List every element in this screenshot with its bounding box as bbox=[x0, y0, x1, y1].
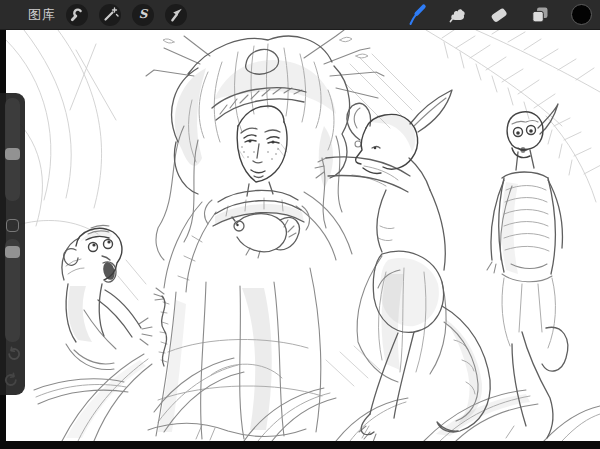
paintbrush-icon bbox=[405, 3, 429, 27]
gallery-button[interactable]: 图库 bbox=[28, 6, 56, 24]
magic-wand-icon bbox=[99, 4, 121, 26]
brush-sidebar bbox=[0, 93, 25, 395]
brush-size-slider[interactable] bbox=[5, 98, 20, 201]
adjustments-button[interactable] bbox=[99, 4, 121, 26]
color-swatch-icon bbox=[571, 4, 592, 25]
paint-tool-button[interactable] bbox=[405, 3, 429, 27]
opacity-slider[interactable] bbox=[5, 239, 20, 342]
modify-button[interactable] bbox=[6, 219, 19, 232]
wrench-icon bbox=[66, 4, 88, 26]
drawing-canvas[interactable] bbox=[6, 30, 600, 441]
erase-tool-button[interactable] bbox=[487, 3, 511, 27]
redo-button[interactable] bbox=[4, 372, 21, 389]
undo-icon bbox=[4, 346, 21, 363]
undo-button[interactable] bbox=[4, 346, 21, 363]
actions-button[interactable] bbox=[66, 4, 88, 26]
brush-size-handle[interactable] bbox=[5, 148, 20, 160]
selection-button[interactable]: S bbox=[132, 4, 154, 26]
layers-icon bbox=[528, 3, 552, 27]
move-cursor-icon bbox=[165, 4, 187, 26]
right-tool-group bbox=[405, 3, 593, 27]
eraser-icon bbox=[487, 3, 511, 27]
artwork-sketch bbox=[6, 30, 600, 441]
color-swatch-button[interactable] bbox=[569, 3, 593, 27]
left-tool-group: S bbox=[66, 4, 187, 26]
canvas-frame bbox=[0, 30, 600, 449]
opacity-handle[interactable] bbox=[5, 246, 20, 258]
layers-button[interactable] bbox=[528, 3, 552, 27]
selection-s-icon: S bbox=[139, 8, 148, 20]
top-toolbar: 图库 S bbox=[0, 0, 600, 30]
smudge-tool-button[interactable] bbox=[446, 3, 470, 27]
transform-button[interactable] bbox=[165, 4, 187, 26]
redo-icon bbox=[4, 372, 21, 389]
smudge-finger-icon bbox=[446, 3, 470, 27]
app-window: 图库 S bbox=[0, 0, 600, 449]
